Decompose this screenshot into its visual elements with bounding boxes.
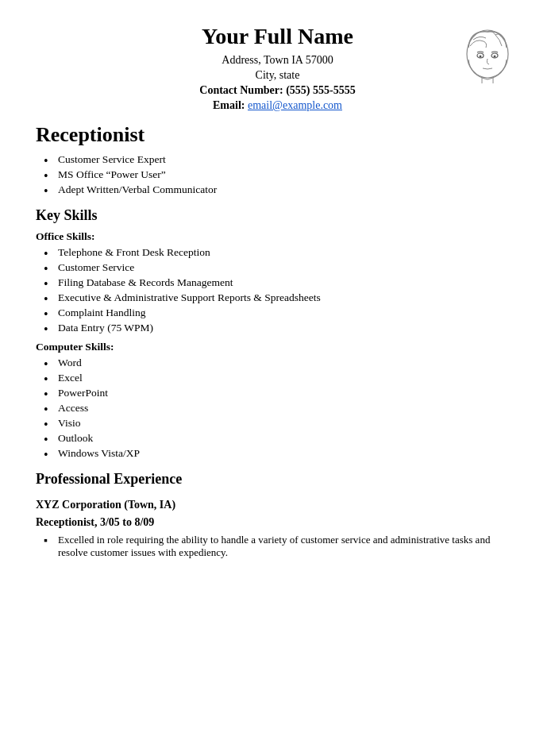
svg-point-3	[480, 56, 482, 58]
svg-point-4	[494, 56, 496, 58]
resume-page: Your Full Name Address, Town IA 57000 Ci…	[0, 0, 555, 756]
experience-bullets: Excelled in role requiring the ability t…	[36, 534, 519, 559]
computer-skills-label: Computer Skills:	[36, 341, 519, 353]
list-item: Filing Database & Records Management	[36, 276, 519, 289]
avatar	[456, 24, 519, 87]
list-item: Customer Service	[36, 261, 519, 274]
list-item: Excelled in role requiring the ability t…	[36, 534, 519, 559]
list-item: Telephone & Front Desk Reception	[36, 246, 519, 259]
list-item: Data Entry (75 WPM)	[36, 322, 519, 334]
list-item: Windows Vista/XP	[36, 447, 519, 460]
list-item: MS Office “Power User”	[36, 168, 519, 181]
office-skills-list: Telephone & Front Desk Reception Custome…	[36, 246, 519, 334]
professional-experience-title: Professional Experience	[36, 471, 519, 488]
full-name: Your Full Name	[36, 24, 519, 49]
email-line: Email: email@example.com	[36, 99, 519, 112]
city-state: City, state	[36, 69, 519, 82]
office-skills-label: Office Skills:	[36, 230, 519, 243]
list-item: Outlook	[36, 432, 519, 445]
key-skills-title: Key Skills	[36, 207, 519, 224]
list-item: PowerPoint	[36, 387, 519, 399]
address: Address, Town IA 57000	[36, 54, 519, 67]
list-item: Excel	[36, 372, 519, 384]
company-name: XYZ Corporation (Town, IA)	[36, 499, 519, 511]
header-section: Your Full Name Address, Town IA 57000 Ci…	[36, 24, 519, 112]
list-item: Complaint Handling	[36, 307, 519, 319]
computer-skills-list: Word Excel PowerPoint Access Visio Outlo…	[36, 357, 519, 460]
job-role: Receptionist, 3/05 to 8/09	[36, 516, 519, 529]
list-item: Customer Service Expert	[36, 153, 519, 166]
job-title: Receptionist	[36, 123, 519, 147]
email-link[interactable]: email@example.com	[248, 99, 342, 111]
list-item: Visio	[36, 417, 519, 430]
list-item: Adept Written/Verbal Communicator	[36, 183, 519, 196]
list-item: Word	[36, 357, 519, 369]
list-item: Access	[36, 402, 519, 415]
email-label: Email:	[213, 99, 245, 111]
summary-list: Customer Service Expert MS Office “Power…	[36, 153, 519, 196]
list-item: Executive & Administrative Support Repor…	[36, 291, 519, 304]
contact-number: Contact Number: (555) 555-5555	[36, 84, 519, 97]
